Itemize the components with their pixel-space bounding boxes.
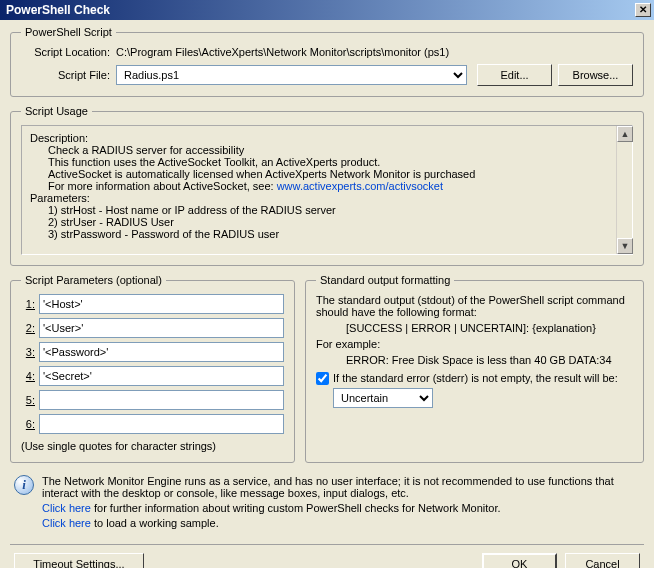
titlebar: PowerShell Check ✕ <box>0 0 654 20</box>
usage-desc-4: For more information about ActiveSocket,… <box>48 180 624 192</box>
param-input-6[interactable] <box>39 414 284 434</box>
param-label-6: 6: <box>21 418 39 430</box>
usage-param-1: 1) strHost - Host name or IP address of … <box>48 204 624 216</box>
window-title: PowerShell Check <box>6 3 110 17</box>
edit-button[interactable]: Edit... <box>477 64 552 86</box>
stdout-line2: [SUCCESS | ERROR | UNCERTAIN]: {explanat… <box>346 322 633 334</box>
param-input-1[interactable] <box>39 294 284 314</box>
info-link-2[interactable]: Click here <box>42 517 91 529</box>
param-label-2: 2: <box>21 322 39 334</box>
script-usage-group: Script Usage Description: Check a RADIUS… <box>10 105 644 266</box>
usage-desc-2: This function uses the ActiveSocket Tool… <box>48 156 624 168</box>
param-label-4: 4: <box>21 370 39 382</box>
powershell-script-group: PowerShell Script Script Location: C:\Pr… <box>10 26 644 97</box>
info-line1: The Network Monitor Engine runs as a ser… <box>42 475 640 499</box>
cancel-button[interactable]: Cancel <box>565 553 640 568</box>
param-input-2[interactable] <box>39 318 284 338</box>
script-file-select[interactable]: Radius.ps1 <box>116 65 467 85</box>
script-file-label: Script File: <box>21 69 116 81</box>
stdout-line4: ERROR: Free Disk Space is less than 40 G… <box>346 354 633 366</box>
scroll-up-icon[interactable]: ▲ <box>617 126 633 142</box>
script-usage-legend: Script Usage <box>21 105 92 117</box>
browse-button[interactable]: Browse... <box>558 64 633 86</box>
param-input-4[interactable] <box>39 366 284 386</box>
usage-desc-3: ActiveSocket is automatically licensed w… <box>48 168 624 180</box>
params-note: (Use single quotes for character strings… <box>21 440 284 452</box>
powershell-script-legend: PowerShell Script <box>21 26 116 38</box>
usage-param-2: 2) strUser - RADIUS User <box>48 216 624 228</box>
usage-param-3: 3) strPassword - Password of the RADIUS … <box>48 228 624 240</box>
stdout-group: Standard output formatting The standard … <box>305 274 644 463</box>
script-location-value: C:\Program Files\ActiveXperts\Network Mo… <box>116 46 633 58</box>
info-link-1[interactable]: Click here <box>42 502 91 514</box>
timeout-settings-button[interactable]: Timeout Settings... <box>14 553 144 568</box>
info-link1-after: for further information about writing cu… <box>91 502 501 514</box>
divider <box>10 544 644 545</box>
param-input-3[interactable] <box>39 342 284 362</box>
stderr-result-select[interactable]: Uncertain <box>333 388 433 408</box>
usage-desc-label: Description: <box>30 132 624 144</box>
usage-scrollbar[interactable]: ▲ ▼ <box>616 126 632 254</box>
close-button[interactable]: ✕ <box>635 3 651 17</box>
stderr-label: If the standard error (stderr) is not em… <box>333 372 618 384</box>
ok-button[interactable]: OK <box>482 553 557 568</box>
stdout-line3: For example: <box>316 338 633 350</box>
param-label-5: 5: <box>21 394 39 406</box>
activesocket-link[interactable]: www.activexperts.com/activsocket <box>277 180 443 192</box>
info-link2-after: to load a working sample. <box>91 517 219 529</box>
script-params-group: Script Parameters (optional) 1: 2: 3: 4:… <box>10 274 295 463</box>
script-location-label: Script Location: <box>21 46 116 58</box>
usage-desc-1: Check a RADIUS server for accessibility <box>48 144 624 156</box>
usage-params-label: Parameters: <box>30 192 624 204</box>
scroll-down-icon[interactable]: ▼ <box>617 238 633 254</box>
param-input-5[interactable] <box>39 390 284 410</box>
info-panel: i The Network Monitor Engine runs as a s… <box>10 471 644 540</box>
param-label-3: 3: <box>21 346 39 358</box>
info-icon: i <box>14 475 34 495</box>
stdout-legend: Standard output formatting <box>316 274 454 286</box>
script-params-legend: Script Parameters (optional) <box>21 274 166 286</box>
stdout-line1: The standard output (stdout) of the Powe… <box>316 294 633 318</box>
param-label-1: 1: <box>21 298 39 310</box>
usage-text-area: Description: Check a RADIUS server for a… <box>21 125 633 255</box>
stderr-checkbox[interactable] <box>316 372 329 385</box>
